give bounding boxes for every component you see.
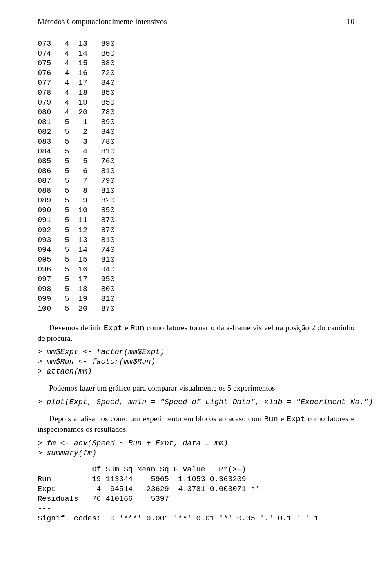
p1-text-2: e	[122, 323, 130, 332]
header-page-number: 10	[347, 16, 354, 27]
p1-text-1: Devemos definir	[49, 323, 104, 332]
code-block-3: > fm <- aov(Speed ~ Run + Expt, data = m…	[38, 439, 354, 458]
p3-text-2: e	[278, 414, 287, 423]
paragraph-3: Depois analisamos como um experimento em…	[38, 414, 354, 434]
paragraph-2: Podemos fazer um gráfico para comparar v…	[38, 383, 354, 394]
p1-tt-2: Run	[130, 324, 144, 333]
p3-text-1: Depois analisamos como um experimento em…	[49, 414, 264, 423]
output-block: Df Sum Sq Mean Sq F value Pr(>F) Run 19 …	[38, 465, 354, 524]
p2-text: Podemos fazer um gráfico para comparar v…	[49, 384, 275, 392]
p3-tt-2: Expt	[287, 415, 305, 424]
code-block-2: > plot(Expt, Speed, main = "Speed of Lig…	[38, 398, 354, 407]
data-table: 073 4 13 890 074 4 14 860 075 4 15 880 0…	[38, 39, 354, 314]
page-container: Métodos Computacionalmente Intensivos 10…	[0, 0, 392, 587]
code-block-1: > mm$Expt <- factor(mm$Expt) > mm$Run <-…	[38, 347, 354, 377]
p1-tt-1: Expt	[104, 324, 122, 333]
page-header: Métodos Computacionalmente Intensivos 10	[38, 16, 354, 27]
p3-tt-1: Run	[264, 415, 278, 424]
header-title: Métodos Computacionalmente Intensivos	[38, 16, 167, 27]
paragraph-1: Devemos definir Expt e Run como fatores …	[38, 323, 354, 343]
